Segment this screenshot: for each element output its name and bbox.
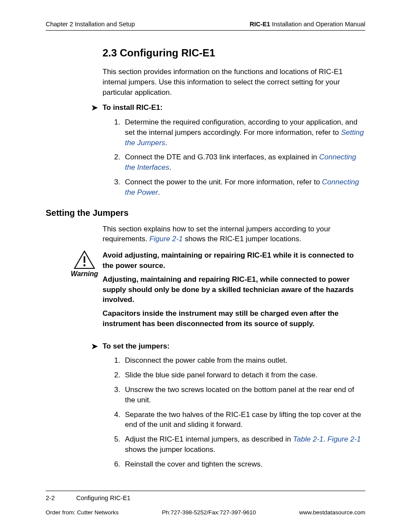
jumper-step-3: Unscrew the two screws located on the bo… [122, 385, 365, 405]
footer-row-1: 2-2 Configuring RIC-E1 [46, 495, 365, 501]
page: Chapter 2 Installation and Setup RIC-E1 … [0, 0, 411, 532]
footer-page-number: 2-2 [46, 495, 55, 501]
warning-icon-column: Warning [46, 250, 103, 278]
page-header: Chapter 2 Installation and Setup RIC-E1 … [46, 21, 365, 31]
warning-label: Warning [71, 270, 98, 278]
install-step-1: Determine the required configuration, ac… [122, 117, 365, 148]
intro-text-tail: shows the RIC-E1 jumper locations. [183, 235, 301, 243]
procedure-jumpers-title: To set the jumpers: [103, 342, 170, 351]
step-text-tail: . [158, 188, 160, 196]
svg-point-2 [84, 264, 86, 267]
footer-row-2: Order from: Cutter Networks Ph:727-398-5… [46, 509, 365, 516]
header-product: RIC-E1 [250, 21, 271, 28]
procedure-install-header: ➤ To install RIC-E1: [91, 103, 365, 113]
subsection-intro: This section explains how to set the int… [103, 224, 365, 245]
warning-text: Avoid adjusting, maintaining or repairin… [103, 250, 365, 333]
page-footer: 2-2 Configuring RIC-E1 Order from: Cutte… [46, 491, 365, 516]
step-text-tail: . [169, 163, 171, 171]
install-step-2: Connect the DTE and G.703 link interface… [122, 152, 365, 173]
jumper-steps: Disconnect the power cable from the main… [114, 355, 365, 469]
warning-triangle-icon [74, 250, 95, 269]
svg-rect-1 [84, 256, 85, 263]
footer-url: www.bestdatasource.com [299, 509, 365, 516]
subsection-title: Setting the Jumpers [46, 208, 365, 218]
install-steps: Determine the required configuration, ac… [114, 117, 365, 198]
warning-p3: Capacitors inside the instrument may sti… [103, 308, 365, 329]
install-step-3: Connect the power to the unit. For more … [122, 177, 365, 198]
step-text: Connect the power to the unit. For more … [125, 178, 322, 186]
warning-block: Warning Avoid adjusting, maintaining or … [46, 250, 365, 333]
jumper-step-4: Separate the two halves of the RIC-E1 ca… [122, 410, 365, 430]
footer-rule [46, 491, 365, 491]
step-text-tail: . [165, 139, 168, 147]
header-chapter: Chapter 2 Installation and Setup [46, 21, 135, 28]
arrow-icon: ➤ [91, 103, 103, 113]
jumper-step-1: Disconnect the power cable from the main… [122, 355, 365, 366]
warning-p2: Adjusting, maintaining and repairing RIC… [103, 274, 365, 305]
section-title: 2.3 Configuring RIC-E1 [103, 47, 365, 59]
link-figure-2-1[interactable]: Figure 2-1 [149, 235, 183, 243]
header-manual-rest: Installation and Operation Manual [270, 21, 365, 28]
jumper-step-2: Slide the blue side panel forward to det… [122, 370, 365, 380]
jumper-step-5: Adjust the RIC-E1 internal jumpers, as d… [122, 434, 365, 455]
warning-p1: Avoid adjusting, maintaining or repairin… [103, 250, 365, 271]
step-text-tail: shows the jumper locations. [125, 445, 215, 454]
step-text: Connect the DTE and G.703 link interface… [125, 153, 319, 161]
section-intro: This section provides information on the… [103, 67, 365, 97]
arrow-icon: ➤ [91, 342, 103, 352]
footer-section-title: Configuring RIC-E1 [76, 495, 131, 501]
footer-order: Order from: Cutter Networks [46, 509, 119, 516]
content: 2.3 Configuring RIC-E1 This section prov… [46, 47, 365, 470]
procedure-install-title: To install RIC-E1: [103, 103, 162, 112]
procedure-jumpers-header: ➤ To set the jumpers: [91, 342, 365, 352]
step-text: Determine the required configuration, ac… [125, 118, 358, 137]
footer-phone: Ph:727-398-5252/Fax:727-397-9610 [162, 509, 256, 516]
jumper-step-6: Reinstall the cover and tighten the scre… [122, 459, 365, 470]
step-mid: . [324, 435, 327, 443]
link-figure-2-1-b[interactable]: Figure 2-1 [327, 435, 361, 443]
header-manual: RIC-E1 Installation and Operation Manual [250, 21, 365, 28]
step-text: Adjust the RIC-E1 internal jumpers, as d… [125, 435, 293, 443]
link-table-2-1[interactable]: Table 2-1 [293, 435, 323, 443]
